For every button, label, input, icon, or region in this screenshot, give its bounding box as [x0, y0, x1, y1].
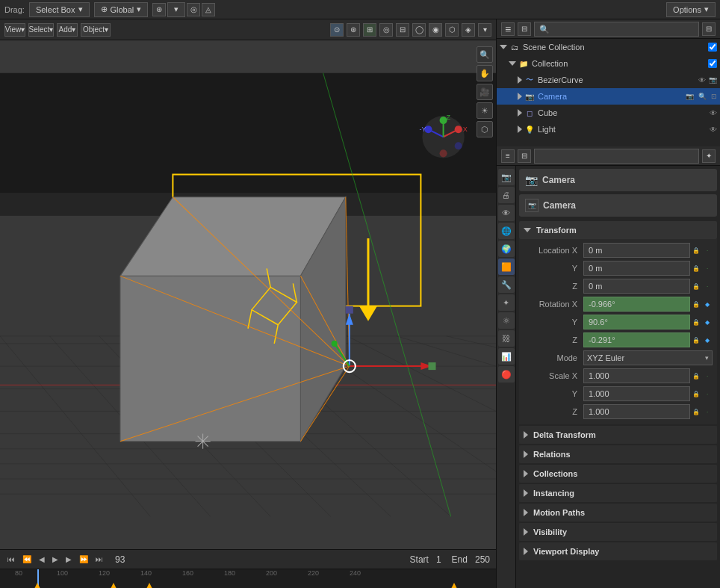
scale-y-lock[interactable]: 🔒 [691, 386, 701, 401]
cube-expand[interactable] [518, 109, 522, 117]
scale-y-value[interactable]: 1.000 [583, 386, 690, 401]
world-tab[interactable]: 🌍 [498, 241, 515, 257]
light-expand[interactable] [518, 126, 522, 133]
data-tab[interactable]: 📊 [498, 348, 515, 365]
bezier-curve-item[interactable]: 〜 BezierCurve 👁 📷 [497, 72, 720, 88]
bezier-expand[interactable] [518, 76, 522, 84]
sun-icon[interactable]: ☀ [477, 102, 493, 119]
data-type-icon[interactable]: 📷 [525, 199, 539, 212]
magnify-icon[interactable]: 🔍 [477, 46, 493, 63]
camera-icon[interactable]: 🎥 [477, 84, 493, 100]
rotation-z-dot[interactable]: ◆ [702, 332, 713, 347]
material-icon[interactable]: ⬡ [477, 121, 493, 137]
constraint-tab[interactable]: ⛓ [498, 330, 515, 347]
scale-y-dot[interactable]: · [702, 386, 713, 401]
motion-paths-header[interactable]: Motion Paths [519, 504, 717, 522]
viewport-shading4[interactable]: ◈ [462, 23, 475, 37]
collections-header[interactable]: Collections [519, 465, 717, 483]
jump-end-button[interactable]: ⏭ [94, 555, 105, 563]
scene-collection-check[interactable] [708, 43, 717, 52]
cube-item[interactable]: ◻ Cube 👁 [497, 105, 720, 121]
modifier-tab[interactable]: 🔧 [498, 276, 515, 293]
rotation-x-dot[interactable]: ◆ [702, 297, 713, 312]
scale-x-dot[interactable]: · [702, 368, 713, 383]
step-back-button[interactable]: ◀ [37, 555, 46, 563]
cube-eye-icon[interactable]: 👁 [710, 109, 717, 117]
global-button[interactable]: ⊕ Global ▾ [94, 2, 149, 17]
snap-icon[interactable]: ⊛ [152, 3, 166, 16]
scene-collection-item[interactable]: 🗂 Scene Collection [497, 39, 720, 55]
viewport-gizmo[interactable]: ⊞ [363, 23, 376, 37]
physics-tab[interactable]: ⚛ [498, 312, 515, 329]
location-z-lock[interactable]: 🔒 [691, 279, 701, 294]
outliner-filter-icon[interactable]: ⊟ [702, 22, 716, 36]
view-tab[interactable]: 👁 [498, 205, 515, 221]
viewport-shading2[interactable]: ◉ [429, 23, 442, 37]
next-keyframe-button[interactable]: ⏩ [78, 555, 90, 563]
rotation-x-value[interactable]: -0.966° [583, 297, 690, 312]
scale-x-value[interactable]: 1.000 [583, 368, 690, 383]
scale-z-dot[interactable]: · [702, 404, 713, 419]
viewport-overlay3[interactable]: ◎ [379, 23, 393, 37]
location-y-lock[interactable]: 🔒 [691, 261, 701, 276]
delta-transform-header[interactable]: Delta Transform [519, 426, 717, 444]
viewport-display-header[interactable]: Viewport Display [519, 542, 717, 560]
render-tab[interactable]: 📷 [498, 169, 515, 185]
instancing-header[interactable]: Instancing [519, 484, 717, 502]
select-box-button[interactable]: Select Box ▾ [29, 2, 90, 17]
collection-item[interactable]: 📁 Collection [497, 55, 720, 72]
location-y-dot[interactable]: · [702, 261, 713, 276]
properties-pin-icon[interactable]: ✦ [702, 149, 716, 163]
location-x-value[interactable]: 0 m [583, 243, 690, 258]
rotation-z-lock[interactable]: 🔒 [691, 332, 701, 347]
scene-tab[interactable]: 🌐 [498, 223, 515, 239]
bezier-eye-icon[interactable]: 👁 [698, 76, 706, 84]
scene-collection-expand[interactable] [500, 45, 507, 49]
options-button[interactable]: Options ▾ [666, 2, 716, 17]
properties-mode-icon[interactable]: ⊟ [518, 149, 531, 163]
scale-z-lock[interactable]: 🔒 [691, 404, 701, 419]
scale-z-value[interactable]: 1.000 [583, 404, 690, 419]
rotation-y-value[interactable]: 90.6° [583, 315, 690, 329]
scale-x-lock[interactable]: 🔒 [691, 368, 701, 383]
rotation-z-value[interactable]: -0.291° [583, 332, 690, 347]
location-x-dot[interactable]: · [702, 243, 713, 258]
play-button[interactable]: ▶ [51, 555, 60, 563]
light-eye-icon[interactable]: 👁 [710, 126, 717, 134]
relations-header[interactable]: Relations [519, 445, 717, 463]
visibility-header[interactable]: Visibility [519, 523, 717, 541]
outliner-menu-icon[interactable]: ≡ [501, 22, 515, 36]
camera-expand[interactable] [518, 93, 522, 100]
object-tab[interactable]: 🟧 [498, 259, 515, 275]
location-z-dot[interactable]: · [702, 279, 713, 294]
output-tab[interactable]: 🖨 [498, 187, 515, 203]
rotation-y-lock[interactable]: 🔒 [691, 315, 701, 329]
proportional-icon[interactable]: ◎ [187, 3, 200, 16]
step-forward-button[interactable]: ▶ [64, 555, 73, 563]
3d-viewport[interactable]: X -Y Z 🔍 ✋ 🎥 ☀ ⬡ [0, 40, 496, 549]
viewport-overlay4[interactable]: ⊟ [396, 23, 409, 37]
hand-tool-icon[interactable]: ✋ [477, 65, 493, 81]
location-y-value[interactable]: 0 m [583, 261, 690, 276]
light-item[interactable]: 💡 Light 👁 [497, 121, 720, 137]
viewport-add-menu[interactable]: Add▾ [57, 23, 78, 37]
timeline-body[interactable]: 80 100 120 140 160 180 200 220 240 [0, 569, 496, 588]
proportional2-icon[interactable]: ◬ [202, 3, 215, 16]
rotation-mode-select[interactable]: XYZ Euler ▾ [583, 350, 713, 365]
rotation-y-dot[interactable]: ◆ [702, 315, 713, 329]
properties-search[interactable] [534, 149, 699, 164]
jump-start-button[interactable]: ⏮ [6, 555, 16, 563]
viewport-overlay2[interactable]: ⊛ [347, 23, 360, 37]
particles-tab[interactable]: ✦ [498, 294, 515, 311]
viewport-select-menu[interactable]: Select▾ [28, 23, 54, 37]
viewport-shading1[interactable]: ◯ [412, 23, 426, 37]
camera-item[interactable]: 📷 Camera 📷 🔍 ⊡ [497, 88, 720, 105]
collection-check[interactable] [708, 59, 717, 68]
viewport-shading3[interactable]: ⬡ [445, 23, 459, 37]
material-tab[interactable]: 🔴 [498, 366, 515, 383]
viewport-view-menu[interactable]: View▾ [4, 23, 25, 37]
prev-keyframe-button[interactable]: ⏪ [21, 555, 33, 563]
location-z-value[interactable]: 0 m [583, 279, 690, 294]
collection-expand[interactable] [509, 61, 516, 66]
transform-section-header[interactable]: Transform [519, 221, 717, 239]
